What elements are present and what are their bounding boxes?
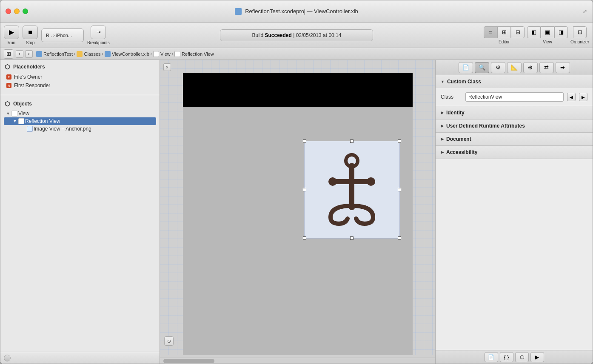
reflection-view-tree-row[interactable]: ▼ Reflection View: [4, 117, 156, 125]
bottom-tab-media[interactable]: ▶: [530, 352, 544, 362]
toolbar: ▶ Run ■ Stop R.. › iPhon... R.. › iPhon.…: [0, 23, 593, 48]
forward-btn[interactable]: ›: [25, 50, 33, 58]
breadcrumb-item-reflection-view[interactable]: Reflection View: [174, 51, 214, 57]
accessibility-header[interactable]: ▶ Accessibility: [436, 146, 593, 159]
reflection-view-toggle: ▼: [12, 119, 17, 124]
view-util-btn[interactable]: ◨: [554, 26, 568, 38]
view-label: View: [543, 40, 552, 44]
custom-class-header[interactable]: ▼ Custom Class: [436, 75, 593, 88]
document-title: Document: [446, 136, 471, 142]
organizer-btn[interactable]: ⊡: [573, 26, 587, 38]
scrollbar-thumb[interactable]: [163, 359, 214, 363]
view-nav-btn[interactable]: ◧: [527, 26, 541, 38]
left-panel: ⬡ Placeholders F File's Owner: [0, 60, 160, 364]
placeholders-title: Placeholders: [13, 64, 45, 70]
user-defined-section: ▶ User Defined Runtime Attributes: [436, 119, 593, 133]
inspector-body: ▼ Custom Class Class ◀ ▶: [436, 75, 593, 350]
bottom-tab-file[interactable]: 📄: [485, 352, 498, 362]
stop-button[interactable]: ■ Stop: [23, 26, 38, 45]
breadcrumb-nav: ‹ ›: [16, 50, 33, 58]
project-icon: [235, 8, 242, 15]
scheme-selector[interactable]: R.. › iPhon... R.. › iPhon...: [41, 28, 84, 42]
maximize-button[interactable]: [23, 9, 28, 14]
class-input[interactable]: [465, 92, 564, 102]
scheme-text: R.. › iPhon...: [46, 33, 72, 38]
breadcrumb-item-project[interactable]: ReflectionTest: [36, 51, 73, 57]
phone-frame: [183, 73, 413, 355]
view-tree-row[interactable]: ▼ View: [4, 110, 156, 117]
breakpoints-button[interactable]: ⇥ Breakpoints: [87, 26, 110, 45]
objects-cube-icon: ⬡: [4, 100, 11, 107]
class-btn-next[interactable]: ▶: [579, 93, 587, 101]
inspector-tab-file[interactable]: 📄: [459, 62, 473, 73]
editor-standard-btn[interactable]: ≡: [484, 26, 497, 38]
title-text: ReflectionTest.xcodeproj — ViewControlle…: [245, 8, 358, 14]
bottom-tab-code[interactable]: { }: [500, 352, 513, 362]
canvas-close-btn[interactable]: ×: [163, 63, 171, 71]
objects-section: ⬡ Objects ▼ View ▼ Reflection View: [0, 97, 160, 136]
close-button[interactable]: [6, 9, 11, 14]
objects-header: ⬡ Objects: [4, 100, 156, 107]
minimize-button[interactable]: [14, 9, 20, 14]
document-header[interactable]: ▶ Document: [436, 133, 593, 145]
custom-class-section: ▼ Custom Class Class ◀ ▶: [436, 75, 593, 106]
nav-grid-btn[interactable]: ⊞: [4, 49, 13, 59]
build-status-box: Build Succeeded | 02/05/2013 at 00:14: [220, 29, 373, 41]
custom-class-toggle: ▼: [441, 80, 445, 84]
inspector-tab-connections[interactable]: ⊕: [523, 62, 538, 73]
editor-version-btn[interactable]: ⊟: [511, 26, 525, 38]
inspector-tab-effects[interactable]: ➡: [556, 62, 570, 73]
divider-placeholders-objects: [0, 95, 160, 95]
first-responder-label: First Responder: [14, 82, 50, 88]
folder-icon: [77, 51, 83, 57]
svg-rect-5: [349, 163, 354, 206]
breadcrumb-xib-label: ViewController.xib: [112, 51, 149, 57]
identity-toggle: ▶: [441, 111, 444, 115]
reflection-view-icon: [174, 51, 180, 57]
back-btn[interactable]: ‹: [16, 50, 23, 58]
first-responder-item[interactable]: R First Responder: [4, 81, 156, 90]
inspector-tab-size[interactable]: 📐: [507, 62, 522, 73]
inspector-tab-identity[interactable]: 🔍: [475, 62, 489, 73]
anchor-image-view[interactable]: [304, 141, 400, 239]
image-view-tree-label: Image View – Anchor.png: [34, 126, 91, 132]
breakpoints-label: Breakpoints: [87, 40, 110, 45]
run-button[interactable]: ▶ Run: [4, 26, 19, 45]
breadcrumb-item-view[interactable]: View: [153, 51, 171, 57]
user-defined-header[interactable]: ▶ User Defined Runtime Attributes: [436, 119, 593, 132]
reflection-view-tree-icon: [18, 118, 24, 124]
expand-button[interactable]: ⤢: [582, 8, 588, 15]
cube-icon: ⬡: [4, 63, 11, 70]
svg-point-7: [328, 177, 337, 186]
stop-label: Stop: [26, 40, 35, 45]
image-view-tree-row[interactable]: Image View – Anchor.png: [4, 125, 156, 133]
placeholders-items: F File's Owner R First Responder: [4, 73, 156, 90]
view-tree-label: View: [18, 111, 29, 117]
inspector-tab-attr[interactable]: ⚙: [491, 62, 505, 73]
user-defined-toggle: ▶: [441, 124, 444, 128]
breadcrumb-item-classes[interactable]: Classes: [77, 51, 100, 57]
canvas-scrollbar[interactable]: [160, 358, 435, 364]
view-debug-btn[interactable]: ▣: [541, 26, 554, 38]
breadcrumb-item-xib[interactable]: ViewController.xib: [105, 51, 149, 57]
inspector-tab-bindings[interactable]: ⇄: [539, 62, 554, 73]
identity-header[interactable]: ▶ Identity: [436, 106, 593, 119]
view-area: [183, 107, 413, 355]
svg-point-9: [348, 203, 355, 210]
build-status-text: Build Succeeded | 02/05/2013 at 00:14: [252, 32, 341, 38]
class-btn-prev[interactable]: ◀: [567, 93, 576, 101]
editor-label: Editor: [499, 40, 510, 44]
breadcrumb-bar: ⊞ ‹ › ReflectionTest › Classes › ViewCon…: [0, 48, 593, 60]
placeholders-header: ⬡ Placeholders: [4, 63, 156, 70]
phone-content: [183, 73, 413, 355]
bottom-tab-obj[interactable]: ⬡: [515, 352, 529, 362]
document-toggle: ▶: [441, 137, 444, 141]
editor-assistant-btn[interactable]: ⊞: [497, 26, 511, 38]
user-defined-title: User Defined Runtime Attributes: [446, 123, 525, 129]
document-section: ▶ Document: [436, 133, 593, 146]
files-owner-item[interactable]: F File's Owner: [4, 73, 156, 81]
canvas-nav-btn[interactable]: ⊙: [164, 336, 174, 346]
image-view-tree-icon: [27, 126, 33, 132]
identity-title: Identity: [446, 110, 465, 116]
files-owner-icon: F: [6, 74, 12, 80]
